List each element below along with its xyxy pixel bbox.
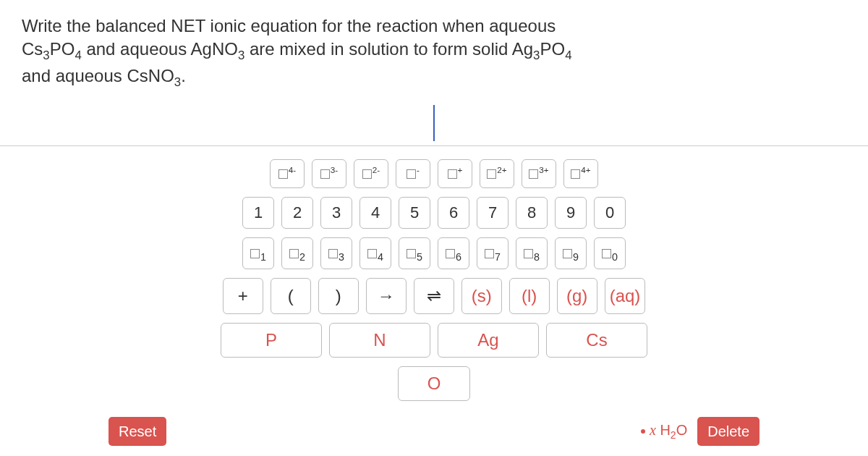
key-sub-7[interactable]: 7	[477, 237, 509, 269]
formula-csno3: CsNO3	[127, 66, 181, 85]
row-elements: P N Ag Cs	[221, 323, 647, 358]
key-element-n[interactable]: N	[329, 323, 430, 358]
row-digits: 1 2 3 4 5 6 7 8 9 0	[242, 197, 626, 229]
key-element-o[interactable]: O	[398, 366, 470, 401]
key-charge-minus[interactable]: -	[396, 159, 430, 188]
prompt-text-4: and aqueous	[22, 66, 127, 85]
key-sub-1[interactable]: 1	[242, 237, 274, 269]
key-element-cs[interactable]: Cs	[546, 323, 647, 358]
key-digit-8[interactable]: 8	[516, 197, 548, 229]
key-dblarrow[interactable]: ⇌	[414, 278, 454, 314]
key-digit-1[interactable]: 1	[242, 197, 274, 229]
row-oxygen: O	[398, 366, 470, 401]
key-digit-0[interactable]: 0	[594, 197, 626, 229]
key-digit-4[interactable]: 4	[359, 197, 391, 229]
key-element-ag[interactable]: Ag	[438, 323, 539, 358]
key-sub-3[interactable]: 3	[320, 237, 352, 269]
key-state-liquid[interactable]: (l)	[509, 278, 550, 314]
key-charge-2minus[interactable]: 2-	[354, 159, 388, 188]
key-charge-2plus[interactable]: 2+	[480, 159, 514, 188]
key-plus[interactable]: +	[223, 278, 263, 314]
key-digit-9[interactable]: 9	[555, 197, 587, 229]
text-cursor	[433, 105, 435, 141]
key-digit-3[interactable]: 3	[320, 197, 352, 229]
formula-agno3: AgNO3	[191, 39, 245, 59]
key-charge-3plus[interactable]: 3+	[522, 159, 556, 188]
key-digit-6[interactable]: 6	[438, 197, 469, 229]
key-charge-4minus[interactable]: 4-	[270, 159, 305, 188]
key-sub-0[interactable]: 0	[594, 237, 626, 269]
answer-input-area[interactable]	[0, 98, 868, 141]
key-sub-2[interactable]: 2	[281, 237, 313, 269]
bullet-icon	[641, 429, 645, 434]
key-element-p[interactable]: P	[221, 323, 322, 358]
key-charge-plus[interactable]: +	[438, 159, 472, 188]
key-state-aqueous[interactable]: (aq)	[605, 278, 646, 314]
key-rparen[interactable]: )	[318, 278, 359, 314]
delete-button[interactable]: Delete	[697, 417, 760, 446]
row-subscripts: 1 2 3 4 5 6 7 8 9 0	[242, 237, 626, 269]
key-sub-8[interactable]: 8	[516, 237, 548, 269]
key-digit-7[interactable]: 7	[477, 197, 509, 229]
formula-ag3po4: Ag3PO4	[512, 39, 572, 59]
prompt-period: .	[181, 66, 186, 85]
key-charge-4plus[interactable]: 4+	[563, 159, 598, 188]
key-state-solid[interactable]: (s)	[461, 278, 502, 314]
prompt-text-1: Write the balanced NET ionic equation fo…	[22, 16, 556, 35]
water-hint: x H2O	[641, 422, 687, 441]
key-lparen[interactable]: (	[271, 278, 311, 314]
key-sub-5[interactable]: 5	[399, 237, 430, 269]
key-state-gas[interactable]: (g)	[557, 278, 597, 314]
key-charge-3minus[interactable]: 3-	[312, 159, 346, 188]
key-sub-6[interactable]: 6	[438, 237, 469, 269]
key-sub-9[interactable]: 9	[555, 237, 587, 269]
prompt-text-2: and aqueous	[82, 39, 191, 59]
reset-button[interactable]: Reset	[109, 417, 166, 446]
question-prompt: Write the balanced NET ionic equation fo…	[0, 0, 868, 98]
key-digit-5[interactable]: 5	[399, 197, 430, 229]
formula-cs3po4: Cs3PO4	[22, 39, 82, 59]
key-sub-4[interactable]: 4	[359, 237, 391, 269]
keypad: 4- 3- 2- - + 2+ 3+ 4+ 1 2 3 4 5 6 7 8 9 …	[0, 146, 868, 446]
bottom-controls: Reset x H2O Delete	[0, 410, 868, 446]
key-digit-2[interactable]: 2	[281, 197, 313, 229]
prompt-text-3: are mixed in solution to form solid	[244, 39, 512, 59]
row-charges: 4- 3- 2- - + 2+ 3+ 4+	[270, 159, 598, 188]
key-arrow[interactable]: →	[366, 278, 407, 314]
row-operators: + ( ) → ⇌ (s) (l) (g) (aq)	[223, 278, 646, 314]
